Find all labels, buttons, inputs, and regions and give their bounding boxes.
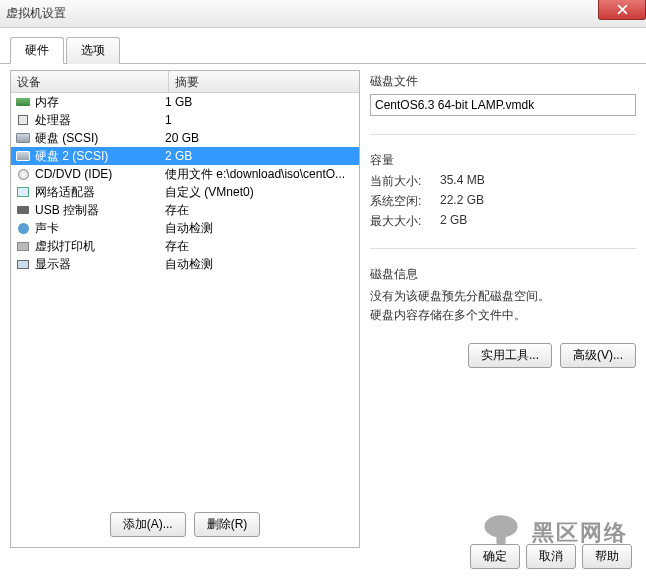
tab-bar: 硬件 选项 <box>0 28 646 64</box>
detail-panel: 磁盘文件 容量 当前大小: 35.4 MB 系统空闲: 22.2 GB 最大大小… <box>370 70 636 548</box>
device-row[interactable]: 硬盘 2 (SCSI)2 GB <box>11 147 359 165</box>
remove-button[interactable]: 删除(R) <box>194 512 261 537</box>
device-summary: 自动检测 <box>165 256 355 273</box>
prn-icon <box>15 239 31 253</box>
device-row[interactable]: USB 控制器存在 <box>11 201 359 219</box>
hdd-icon <box>15 131 31 145</box>
close-button[interactable] <box>598 0 646 20</box>
capacity-title: 容量 <box>370 152 636 169</box>
window-title: 虚拟机设置 <box>6 5 66 22</box>
current-size-label: 当前大小: <box>370 173 440 190</box>
device-summary: 2 GB <box>165 149 355 163</box>
device-summary: 20 GB <box>165 131 355 145</box>
device-summary: 使用文件 e:\download\iso\centO... <box>165 166 355 183</box>
device-summary: 存在 <box>165 238 355 255</box>
system-free-value: 22.2 GB <box>440 193 636 210</box>
device-row[interactable]: 处理器1 <box>11 111 359 129</box>
device-label: USB 控制器 <box>35 202 165 219</box>
disk-file-input[interactable] <box>370 94 636 116</box>
device-label: 声卡 <box>35 220 165 237</box>
device-label: 显示器 <box>35 256 165 273</box>
disk-info-section: 磁盘信息 没有为该硬盘预先分配磁盘空间。 硬盘内容存储在多个文件中。 <box>370 265 636 331</box>
cpu-icon <box>15 113 31 127</box>
device-buttons: 添加(A)... 删除(R) <box>11 502 359 547</box>
device-label: 虚拟打印机 <box>35 238 165 255</box>
device-panel: 设备 摘要 内存1 GB处理器1硬盘 (SCSI)20 GB硬盘 2 (SCSI… <box>10 70 360 548</box>
advanced-button[interactable]: 高级(V)... <box>560 343 636 368</box>
device-summary: 存在 <box>165 202 355 219</box>
device-summary: 1 <box>165 113 355 127</box>
hdd-sel-icon <box>15 149 31 163</box>
system-free-label: 系统空闲: <box>370 193 440 210</box>
mem-icon <box>15 95 31 109</box>
add-button[interactable]: 添加(A)... <box>110 512 186 537</box>
capacity-section: 容量 当前大小: 35.4 MB 系统空闲: 22.2 GB 最大大小: 2 G… <box>370 151 636 236</box>
device-label: CD/DVD (IDE) <box>35 167 165 181</box>
cd-icon <box>15 167 31 181</box>
right-buttons: 实用工具... 高级(V)... <box>370 343 636 368</box>
device-label: 网络适配器 <box>35 184 165 201</box>
tab-options[interactable]: 选项 <box>66 37 120 64</box>
snd-icon <box>15 221 31 235</box>
device-row[interactable]: 虚拟打印机存在 <box>11 237 359 255</box>
dialog-footer: 确定 取消 帮助 <box>470 544 632 569</box>
disk-file-title: 磁盘文件 <box>370 73 636 90</box>
device-summary: 自定义 (VMnet0) <box>165 184 355 201</box>
device-list: 内存1 GB处理器1硬盘 (SCSI)20 GB硬盘 2 (SCSI)2 GBC… <box>11 93 359 502</box>
device-row[interactable]: 声卡自动检测 <box>11 219 359 237</box>
device-summary: 1 GB <box>165 95 355 109</box>
utilities-button[interactable]: 实用工具... <box>468 343 552 368</box>
max-size-label: 最大大小: <box>370 213 440 230</box>
disk-info-line2: 硬盘内容存储在多个文件中。 <box>370 306 636 325</box>
device-label: 内存 <box>35 94 165 111</box>
current-size-value: 35.4 MB <box>440 173 636 190</box>
device-row[interactable]: 显示器自动检测 <box>11 255 359 273</box>
cancel-button[interactable]: 取消 <box>526 544 576 569</box>
disk-file-section: 磁盘文件 <box>370 72 636 122</box>
net-icon <box>15 185 31 199</box>
device-label: 处理器 <box>35 112 165 129</box>
content-area: 设备 摘要 内存1 GB处理器1硬盘 (SCSI)20 GB硬盘 2 (SCSI… <box>0 64 646 554</box>
device-row[interactable]: 网络适配器自定义 (VMnet0) <box>11 183 359 201</box>
tab-hardware[interactable]: 硬件 <box>10 37 64 64</box>
help-button[interactable]: 帮助 <box>582 544 632 569</box>
titlebar: 虚拟机设置 <box>0 0 646 28</box>
max-size-value: 2 GB <box>440 213 636 230</box>
device-header: 设备 摘要 <box>11 71 359 93</box>
close-icon <box>617 4 628 15</box>
device-summary: 自动检测 <box>165 220 355 237</box>
disp-icon <box>15 257 31 271</box>
device-row[interactable]: CD/DVD (IDE)使用文件 e:\download\iso\centO..… <box>11 165 359 183</box>
device-label: 硬盘 (SCSI) <box>35 130 165 147</box>
device-row[interactable]: 内存1 GB <box>11 93 359 111</box>
ok-button[interactable]: 确定 <box>470 544 520 569</box>
disk-info-title: 磁盘信息 <box>370 266 636 283</box>
disk-info-line1: 没有为该硬盘预先分配磁盘空间。 <box>370 287 636 306</box>
col-device[interactable]: 设备 <box>11 71 169 92</box>
device-row[interactable]: 硬盘 (SCSI)20 GB <box>11 129 359 147</box>
device-label: 硬盘 2 (SCSI) <box>35 148 165 165</box>
col-summary[interactable]: 摘要 <box>169 71 359 92</box>
usb-icon <box>15 203 31 217</box>
